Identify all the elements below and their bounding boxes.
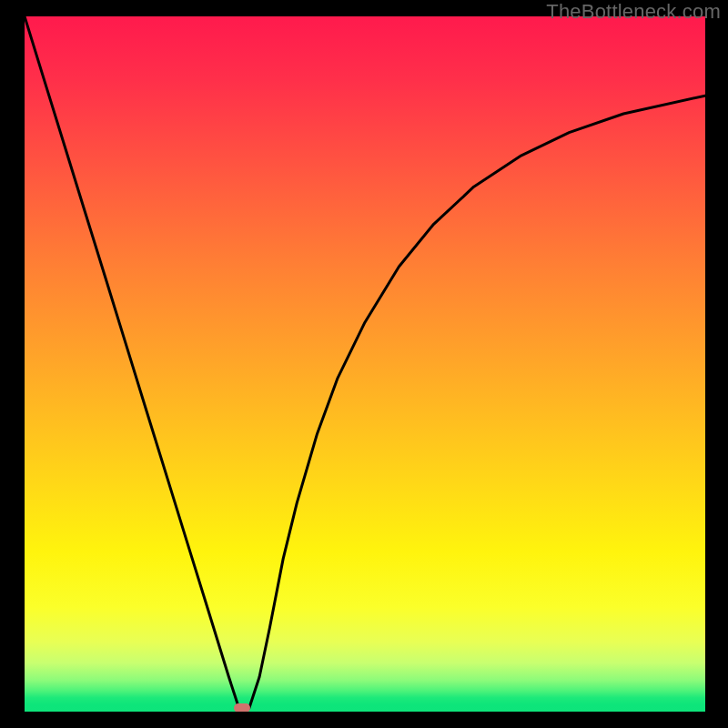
bottleneck-curve bbox=[25, 16, 705, 712]
watermark-text: TheBottleneck.com bbox=[546, 0, 721, 24]
plot-area bbox=[25, 16, 705, 712]
minimum-marker bbox=[234, 703, 250, 712]
chart-frame: TheBottleneck.com bbox=[0, 0, 728, 728]
